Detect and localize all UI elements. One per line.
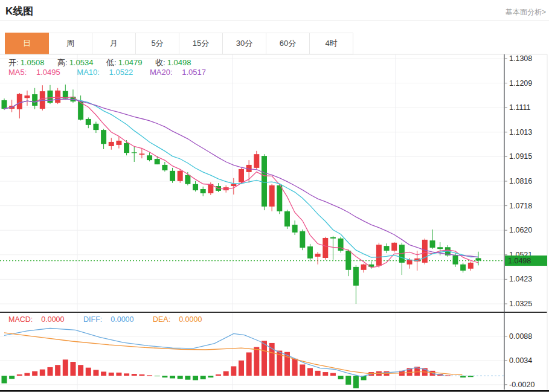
- svg-text:1.1111: 1.1111: [509, 103, 530, 112]
- ohlc-legend: 开:1.0508 高:1.0534 低:1.0479 收:1.0498: [8, 57, 202, 68]
- open-label: 开:: [8, 58, 19, 67]
- ma10-value: 1.0522: [109, 68, 133, 77]
- svg-text:1.0620: 1.0620: [509, 226, 532, 234]
- diff-value: 0.0000: [111, 315, 133, 324]
- open-value: 1.0508: [21, 58, 45, 67]
- diff-item: DIFF:0.0000: [83, 315, 142, 324]
- macd-item: MACD:0.0000: [8, 315, 73, 324]
- close-value: 1.0498: [167, 58, 191, 67]
- high-value: 1.0534: [69, 58, 94, 67]
- svg-text:0.0088: 0.0088: [509, 332, 532, 341]
- close-label: 收:: [155, 58, 165, 67]
- low-label: 低:: [106, 58, 117, 67]
- macd-value: 0.0000: [41, 315, 64, 324]
- svg-text:1.1308: 1.1308: [509, 54, 532, 63]
- ma10-item: MA10: 1.0522: [77, 68, 140, 77]
- svg-text:1.1209: 1.1209: [509, 79, 532, 88]
- macd-label: MACD:: [8, 315, 33, 324]
- svg-text:1.0325: 1.0325: [509, 300, 532, 308]
- macd-legend: MACD:0.0000 DIFF:0.0000 DEA:0.0000: [8, 315, 219, 324]
- svg-text:1.0816: 1.0816: [509, 177, 532, 185]
- svg-text:1.0718: 1.0718: [509, 202, 532, 210]
- svg-text:0.0034: 0.0034: [509, 356, 532, 365]
- ma5-label: MA5:: [8, 68, 27, 77]
- svg-text:1.0423: 1.0423: [509, 275, 532, 283]
- kline-widget: K线图 基本面分析> 日周月5分15分30分60分4时 1.13081.1209…: [0, 0, 549, 392]
- svg-text:1.1013: 1.1013: [509, 128, 532, 137]
- diff-label: DIFF:: [83, 315, 102, 324]
- dea-value: 0.0000: [179, 315, 202, 324]
- ma5-item: MA5: 1.0495: [8, 68, 68, 77]
- candles-layer: [2, 85, 481, 304]
- ma20-value: 1.0517: [182, 68, 206, 77]
- dea-item: DEA:0.0000: [153, 315, 210, 324]
- ma20-item: MA20: 1.0517: [150, 68, 213, 77]
- low-value: 1.0479: [118, 58, 143, 67]
- high-label: 高:: [57, 58, 68, 67]
- svg-text:1.0498: 1.0498: [508, 257, 531, 265]
- ma5-value: 1.0495: [36, 68, 60, 77]
- current-price-badge: 1.0498: [505, 255, 547, 266]
- dea-label: DEA:: [153, 315, 170, 324]
- ma20-label: MA20:: [150, 68, 173, 77]
- ma-legend: MA5: 1.0495 MA10: 1.0522 MA20: 1.0517: [8, 68, 220, 77]
- price-axis: 1.13081.12091.11111.10131.09151.08161.07…: [504, 54, 535, 389]
- svg-text:-0.0020: -0.0020: [509, 381, 535, 389]
- svg-text:1.0915: 1.0915: [509, 152, 532, 161]
- ma10-label: MA10:: [77, 68, 100, 77]
- grid-layer: [0, 54, 504, 390]
